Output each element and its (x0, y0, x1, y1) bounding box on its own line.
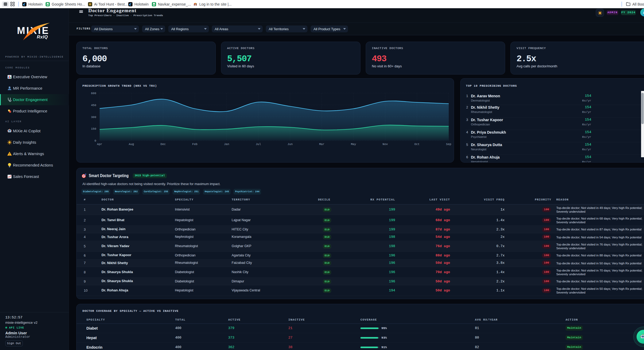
svg-text:0: 0 (94, 139, 96, 142)
svg-text:Apr: Apr (97, 143, 102, 146)
svg-text:Nov: Nov (383, 143, 388, 146)
svg-text:600: 600 (91, 92, 96, 95)
svg-text:May: May (351, 143, 356, 146)
svg-text:Aug: Aug (129, 143, 134, 146)
svg-text:Jun: Jun (287, 143, 293, 146)
svg-text:Feb: Feb (192, 143, 197, 146)
svg-text:Sep: Sep (446, 143, 451, 146)
svg-text:Mar: Mar (319, 143, 324, 146)
svg-text:Dec: Dec (161, 143, 166, 146)
svg-text:300: 300 (91, 116, 96, 119)
svg-text:Jul: Jul (256, 143, 261, 146)
svg-text:Jan: Jan (224, 143, 229, 146)
svg-text:450: 450 (91, 104, 96, 107)
svg-text:150: 150 (91, 127, 96, 130)
svg-text:Oct: Oct (414, 143, 420, 146)
